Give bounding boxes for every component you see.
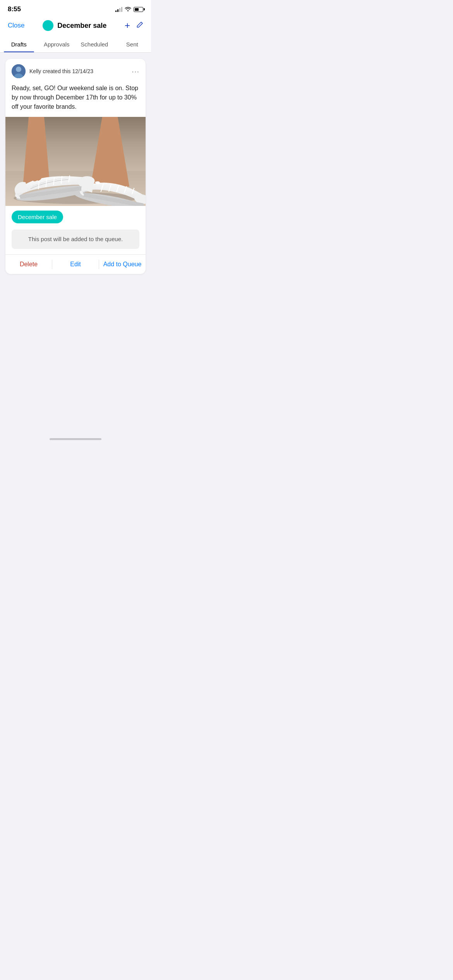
delete-button[interactable]: Delete xyxy=(5,255,52,274)
post-tags: December sale xyxy=(5,206,146,228)
add-button[interactable]: + xyxy=(125,21,130,30)
post-card: Kelly created this 12/14/23 ··· Ready, s… xyxy=(5,59,146,274)
post-image xyxy=(5,117,146,206)
content-area: Kelly created this 12/14/23 ··· Ready, s… xyxy=(0,53,151,280)
nav-bar: Close December sale + xyxy=(0,15,151,36)
tab-drafts[interactable]: Drafts xyxy=(0,36,38,52)
signal-bars-icon xyxy=(115,7,122,12)
more-options-button[interactable]: ··· xyxy=(132,67,139,76)
post-actions: Delete Edit Add to Queue xyxy=(5,254,146,274)
nav-title: December sale xyxy=(43,20,106,31)
avatar-image xyxy=(12,64,26,78)
add-to-queue-button[interactable]: Add to Queue xyxy=(99,255,146,274)
empty-space xyxy=(0,280,151,435)
post-text: Ready, set, GO! Our weekend sale is on. … xyxy=(12,84,139,111)
post-meta: Kelly created this 12/14/23 xyxy=(29,68,93,74)
queue-info-box: This post will be added to the queue. xyxy=(12,230,139,249)
tag-december-sale[interactable]: December sale xyxy=(12,211,63,223)
svg-point-1 xyxy=(16,67,21,72)
battery-icon xyxy=(134,7,143,12)
edit-icon[interactable] xyxy=(136,21,143,30)
nav-actions: + xyxy=(125,21,143,30)
channel-dot xyxy=(43,20,53,31)
post-body: Ready, set, GO! Our weekend sale is on. … xyxy=(5,82,146,117)
post-header: Kelly created this 12/14/23 ··· xyxy=(5,59,146,82)
wifi-icon xyxy=(125,6,131,12)
edit-button[interactable]: Edit xyxy=(52,255,99,274)
tab-scheduled[interactable]: Scheduled xyxy=(76,36,113,52)
queue-info-text: This post will be added to the queue. xyxy=(28,236,123,242)
home-indicator xyxy=(0,435,151,448)
avatar xyxy=(12,64,26,78)
post-author: Kelly created this 12/14/23 xyxy=(12,64,93,78)
status-time: 8:55 xyxy=(8,5,21,13)
tab-approvals[interactable]: Approvals xyxy=(38,36,76,52)
channel-title: December sale xyxy=(57,22,106,30)
shoes-scene xyxy=(5,117,146,206)
tab-sent[interactable]: Sent xyxy=(113,36,151,52)
status-bar: 8:55 xyxy=(0,0,151,15)
status-icons xyxy=(115,6,143,12)
home-bar xyxy=(50,438,101,440)
close-button[interactable]: Close xyxy=(8,22,24,29)
tabs-bar: Drafts Approvals Scheduled Sent xyxy=(0,36,151,53)
